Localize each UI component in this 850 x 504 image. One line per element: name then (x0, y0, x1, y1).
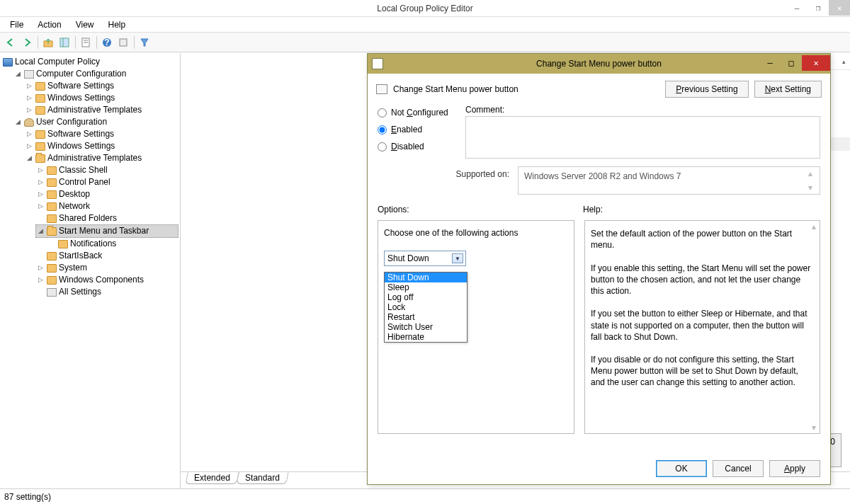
tree-cc-admin-templates[interactable]: ▷Administrative Templates (24, 104, 178, 116)
properties-button[interactable] (78, 35, 94, 50)
folder-icon (35, 94, 45, 103)
action-dropdown[interactable]: Shut DownSleepLog offLockRestartSwitch U… (384, 272, 468, 343)
folder-icon (58, 240, 68, 248)
folder-icon (35, 142, 45, 151)
policy-icon (376, 84, 387, 94)
radio-disabled[interactable]: Disabled (378, 142, 457, 151)
folder-icon (47, 190, 57, 199)
menu-view[interactable]: View (69, 18, 101, 31)
policy-dialog: Change Start Menu power button — □ ✕ Cha… (367, 53, 831, 485)
config-icon (24, 70, 34, 79)
tree-windows-components[interactable]: ▷Windows Components (35, 274, 178, 286)
tree-startisback[interactable]: StartIsBack (35, 250, 178, 262)
dropdown-option[interactable]: Hibernate (385, 332, 467, 342)
comment-textarea[interactable] (465, 116, 820, 159)
dropdown-option[interactable]: Restart (385, 312, 467, 322)
apply-button[interactable]: Apply (769, 460, 820, 477)
tab-standard[interactable]: Standard (236, 472, 288, 484)
folder-icon (47, 276, 57, 285)
folder-icon (35, 82, 45, 91)
options-label: Options: (378, 205, 574, 214)
expand-icon[interactable]: ▷ (26, 106, 33, 114)
dialog-maximize-button[interactable]: □ (781, 55, 802, 71)
tree-root-label: Local Computer Policy (15, 56, 100, 68)
tree-notifications[interactable]: Notifications (47, 238, 178, 250)
tree-user-configuration[interactable]: ◢User Configuration (13, 116, 178, 128)
help-button[interactable]: ? (99, 35, 115, 50)
cancel-button[interactable]: Cancel (713, 460, 764, 477)
radio-not-configured[interactable]: Not Configured (378, 108, 457, 118)
close-button[interactable]: ✕ (829, 0, 850, 16)
expand-icon[interactable]: ▷ (37, 264, 45, 272)
navigation-tree[interactable]: Local Computer Policy ◢Computer Configur… (0, 53, 181, 488)
expand-icon[interactable]: ▷ (37, 178, 45, 186)
folder-open-icon (47, 227, 57, 236)
help-pane: Set the default action of the power butt… (584, 220, 820, 434)
dialog-titlebar[interactable]: Change Start Menu power button — □ ✕ (368, 54, 830, 74)
dropdown-option[interactable]: Sleep (385, 282, 467, 292)
scroll-up-icon[interactable]: ▴ (837, 58, 850, 65)
tree-uc-windows-settings[interactable]: ▷Windows Settings (24, 140, 178, 152)
supported-on-value: Windows Server 2008 R2 and Windows 7 ▴▾ (518, 166, 820, 195)
radio-enabled[interactable]: Enabled (378, 125, 457, 134)
menu-file[interactable]: File (3, 18, 30, 31)
up-level-button[interactable] (40, 35, 56, 50)
tree-uc-admin-templates[interactable]: ◢Administrative Templates (24, 152, 178, 164)
tree-network[interactable]: ▷Network (35, 200, 178, 212)
next-setting-button[interactable]: Next Setting (754, 81, 822, 98)
expand-icon[interactable]: ▷ (26, 130, 33, 138)
tree-root[interactable]: Local Computer Policy (1, 56, 178, 68)
filter-button[interactable] (137, 35, 152, 50)
status-bar: 87 setting(s) (0, 488, 850, 504)
previous-setting-button[interactable]: Previous Setting (665, 81, 748, 98)
maximize-button[interactable]: ❐ (808, 0, 829, 16)
dropdown-option[interactable]: Log off (385, 292, 467, 302)
minimize-button[interactable]: — (786, 0, 808, 16)
tree-start-menu-taskbar[interactable]: ◢Start Menu and Taskbar (35, 224, 178, 238)
expand-icon[interactable]: ▷ (26, 142, 33, 150)
menubar: File Action View Help (0, 17, 850, 33)
svg-rect-8 (120, 39, 127, 46)
settings-icon (47, 288, 57, 297)
back-button[interactable] (3, 35, 18, 50)
expand-icon[interactable]: ▷ (37, 276, 45, 284)
folder-open-icon (35, 154, 45, 163)
dropdown-option[interactable]: Lock (385, 302, 467, 312)
tree-control-panel[interactable]: ▷Control Panel (35, 176, 178, 188)
tree-shared-folders[interactable]: Shared Folders (35, 212, 178, 224)
folder-icon (35, 106, 45, 115)
ok-button[interactable]: OK (656, 460, 707, 477)
tree-all-settings[interactable]: All Settings (35, 286, 178, 298)
comment-label: Comment: (465, 105, 820, 115)
expand-icon[interactable]: ▷ (37, 166, 45, 174)
expand-icon[interactable]: ▷ (37, 190, 45, 198)
tree-desktop[interactable]: ▷Desktop (35, 188, 178, 200)
collapse-icon[interactable]: ◢ (14, 118, 22, 126)
tab-extended[interactable]: Extended (185, 472, 239, 484)
collapse-icon[interactable]: ◢ (26, 154, 33, 162)
supported-on-label: Supported on: (378, 166, 509, 195)
tree-cc-software-settings[interactable]: ▷Software Settings (24, 80, 178, 92)
dialog-close-button[interactable]: ✕ (802, 55, 830, 71)
menu-action[interactable]: Action (30, 18, 68, 31)
collapse-icon[interactable]: ◢ (14, 70, 22, 78)
expand-icon[interactable]: ▷ (26, 94, 33, 102)
export-button[interactable] (115, 35, 131, 50)
forward-button[interactable] (19, 35, 35, 50)
tree-cc-windows-settings[interactable]: ▷Windows Settings (24, 92, 178, 104)
expand-icon[interactable]: ▷ (26, 82, 33, 90)
dialog-minimize-button[interactable]: — (759, 55, 781, 71)
dropdown-option[interactable]: Switch User (385, 322, 467, 332)
tree-uc-software-settings[interactable]: ▷Software Settings (24, 128, 178, 140)
show-hide-tree-button[interactable] (57, 35, 72, 50)
menu-help[interactable]: Help (101, 18, 133, 31)
action-combobox[interactable]: Shut Down ▼ (384, 251, 466, 266)
dialog-header-label: Change Start Menu power button (393, 84, 518, 94)
chevron-down-icon[interactable]: ▼ (452, 253, 463, 263)
tree-computer-configuration[interactable]: ◢Computer Configuration (13, 68, 178, 80)
tree-system[interactable]: ▷System (35, 262, 178, 274)
expand-icon[interactable]: ▷ (37, 202, 45, 210)
collapse-icon[interactable]: ◢ (37, 227, 45, 235)
dropdown-option[interactable]: Shut Down (385, 273, 467, 282)
tree-classic-shell[interactable]: ▷Classic Shell (35, 164, 178, 176)
